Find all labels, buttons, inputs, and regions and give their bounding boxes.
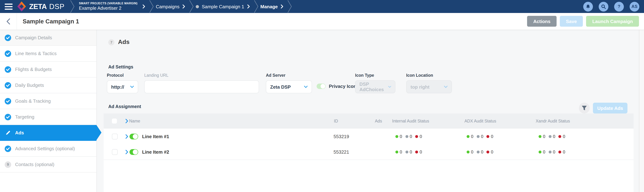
icon-location-select[interactable]: top right [406,80,452,93]
ad-server-field: Ad Server Zeta DSP [266,73,312,93]
search-button[interactable] [599,2,608,11]
sidebar-item-contacts[interactable]: 9 Contacts (optional) [0,157,96,172]
sidebar-item-label: Daily Budgets [15,83,44,88]
section-heading: 7 Ads [108,39,130,46]
status-count: 0 [553,134,555,139]
back-button[interactable] [0,13,17,30]
expand-all-chevron-icon[interactable] [126,119,128,123]
column-header-internal-audit[interactable]: Internal Audit Status [392,119,429,123]
breadcrumb-advertiser[interactable]: SMART PROJECTS (VARIABLE MARGIN) Example… [79,2,138,11]
help-button[interactable]: ? [614,2,624,11]
chevron-right-icon[interactable] [142,4,145,9]
notifications-button[interactable] [583,2,593,11]
search-icon [601,4,606,9]
status-dot-rejected [486,135,490,138]
table-row: Line Item #1 553219 0 0 0 0 0 0 0 0 [104,129,634,144]
protocol-select[interactable]: http:// [107,80,138,93]
body: Campaign Details Line Items & Tactics Fl… [0,30,644,192]
status-count: 0 [471,149,473,154]
icon-type-select[interactable]: DSP AdChoices [355,80,396,93]
status-count: 0 [420,134,422,139]
protocol-value: http:// [111,84,124,90]
sidebar-item-label: Advanced Settings (optional) [15,146,75,151]
breadcrumb-manage[interactable]: Manage [260,4,278,9]
status-dot-rejected [558,135,562,138]
column-header-name[interactable]: Name [129,119,140,123]
check-icon [5,34,11,41]
icon-location-field: Icon Location top right [406,73,452,93]
adx-audit-status: 0 0 0 [467,134,495,139]
expand-row-chevron-icon[interactable] [126,150,128,154]
adx-audit-status: 0 0 0 [467,149,495,154]
line-item-enabled-toggle[interactable] [130,149,138,155]
row-checkbox[interactable] [112,149,118,155]
ad-settings-title: Ad Settings [108,65,133,70]
chevron-right-icon[interactable] [247,4,250,9]
column-header-xandr-audit[interactable]: Xandr Audit Status [536,119,570,123]
sidebar-item-targeting[interactable]: Targeting [0,109,96,125]
save-button[interactable]: Save [560,16,583,27]
chevron-right-icon[interactable] [182,4,185,9]
sidebar-item-campaign-details[interactable]: Campaign Details [0,30,96,46]
status-dot-approved [396,135,398,138]
top-navbar: ZETA DSP SMART PROJECTS (VARIABLE MARGIN… [0,0,644,13]
protocol-label: Protocol [107,73,138,77]
line-item-name[interactable]: Line Item #1 [142,134,169,139]
breadcrumb-campaign[interactable]: Sample Campaign 1 [202,4,244,9]
status-count: 0 [543,149,545,154]
actions-button[interactable]: Actions [527,16,556,27]
status-count: 0 [481,134,483,139]
status-count: 0 [471,134,473,139]
update-ads-button[interactable]: Update Ads [593,103,628,113]
check-icon [5,66,11,73]
menu-icon[interactable] [5,4,12,10]
status-count: 0 [553,149,555,154]
status-count: 0 [420,149,422,154]
status-dot-approved [538,135,542,138]
status-count: 0 [481,149,483,154]
status-dot-pending [476,150,480,153]
row-checkbox[interactable] [112,133,118,139]
ad-server-select[interactable]: Zeta DSP [266,80,312,93]
sidebar-item-advanced-settings[interactable]: Advanced Settings (optional) [0,141,96,157]
launch-campaign-button[interactable]: Launch Campaign [586,16,639,27]
chevron-left-icon [6,18,10,24]
sidebar-item-goals-tracking[interactable]: Goals & Tracking [0,93,96,109]
breadcrumb-separator-icon [254,0,258,13]
privacy-icon-toggle[interactable] [316,84,326,89]
sidebar-item-flights-budgets[interactable]: Flights & Budgets [0,62,96,77]
brand-zeta: ZETA [29,2,46,11]
column-header-ads[interactable]: Ads [375,119,382,123]
table-row: Line Item #2 553221 0 0 0 0 0 0 0 0 [104,144,634,160]
landing-url-label: Landing URL [144,73,259,77]
status-dot-pending [405,135,408,138]
status-count: 0 [491,149,493,154]
line-item-enabled-toggle[interactable] [130,133,138,139]
scrollbar-track[interactable] [639,30,644,192]
xandr-audit-status: 0 0 0 [538,134,567,139]
breadcrumb-separator-icon [288,0,292,13]
column-header-adx-audit[interactable]: ADX Audit Status [464,119,496,123]
sidebar-item-label: Targeting [15,114,34,120]
select-all-checkbox[interactable] [112,118,117,124]
expand-row-chevron-icon[interactable] [126,134,128,138]
check-icon [5,50,11,57]
breadcrumb-campaigns[interactable]: Campaigns [156,4,180,9]
chevron-right-icon[interactable] [281,4,284,9]
sidebar-item-label: Ads [15,130,24,135]
status-dot-rejected [558,150,562,153]
privacy-icon-label: Privacy Icon [329,84,356,89]
sidebar-item-line-items-tactics[interactable]: Line Items & Tactics [0,46,96,62]
avatar[interactable]: AS [630,2,639,11]
sidebar-item-label: Campaign Details [15,35,52,40]
sidebar-item-ads[interactable]: Ads [0,125,96,141]
step-badge: 7 [108,39,114,45]
page-title: Sample Campaign 1 [23,18,79,25]
privacy-icon-field: Privacy Icon [316,84,356,89]
ad-server-label: Ad Server [266,73,312,77]
column-header-id[interactable]: ID [334,119,338,123]
sidebar-item-daily-budgets[interactable]: Daily Budgets [0,77,96,93]
landing-url-input[interactable] [144,80,259,93]
filter-button[interactable] [579,103,590,113]
line-item-name[interactable]: Line Item #2 [142,149,169,154]
